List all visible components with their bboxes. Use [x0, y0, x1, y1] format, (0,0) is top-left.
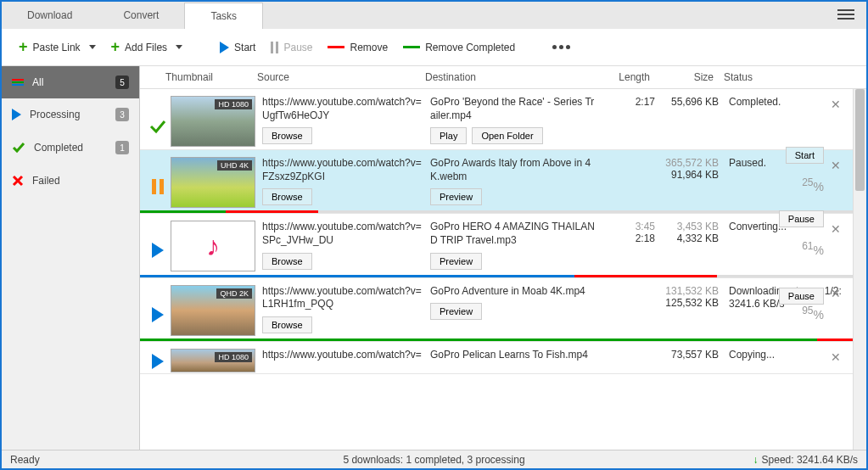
tab-convert[interactable]: Convert	[98, 3, 184, 28]
paste-link-button[interactable]: +Paste Link	[14, 35, 101, 59]
col-status[interactable]: Status	[714, 71, 858, 83]
sidebar-item-all[interactable]: All5	[2, 66, 139, 98]
progress-bar	[140, 210, 853, 213]
minus-icon	[403, 46, 420, 48]
sidebar-item-failed[interactable]: Failed	[2, 165, 139, 197]
play-icon	[152, 243, 164, 258]
status-text: Copying...	[729, 349, 848, 362]
close-icon[interactable]: ✕	[831, 287, 841, 300]
download-arrow-icon: ↓	[753, 454, 759, 466]
sidebar-item-completed[interactable]: Completed1	[2, 131, 139, 165]
task-row[interactable]: ♪ https://www.youtube.com/watch?v=SPc_JV…	[140, 214, 853, 277]
browse-button[interactable]: Browse	[262, 188, 312, 205]
preview-button[interactable]: Preview	[430, 303, 482, 320]
tab-download[interactable]: Download	[2, 3, 98, 28]
size-total: 3,453 KB	[655, 221, 719, 232]
task-list: HD 1080 https://www.youtube.com/watch?v=…	[140, 89, 853, 450]
browse-button[interactable]: Browse	[262, 316, 312, 333]
tab-bar: Download Convert Tasks	[2, 2, 866, 29]
size: 55,696 KB	[655, 96, 719, 108]
source-url: https://www.youtube.com/watch?v=	[262, 349, 423, 362]
pause-button[interactable]: Pause	[779, 210, 824, 227]
close-icon[interactable]: ✕	[831, 350, 841, 364]
col-source[interactable]: Source	[257, 71, 425, 83]
browse-button[interactable]: Browse	[262, 253, 312, 270]
play-button[interactable]: Play	[430, 127, 467, 144]
col-length[interactable]: Length	[599, 71, 650, 83]
col-destination[interactable]: Destination	[425, 71, 599, 83]
thumbnail: ♪	[171, 221, 255, 271]
plus-icon: +	[19, 38, 28, 56]
close-icon[interactable]: ✕	[831, 98, 841, 111]
resolution-badge: HD 1080	[215, 99, 252, 109]
remove-button[interactable]: Remove	[322, 38, 393, 57]
tab-tasks[interactable]: Tasks	[184, 3, 263, 29]
chevron-down-icon	[176, 45, 182, 49]
preview-button[interactable]: Preview	[430, 188, 482, 205]
status-bar: Ready 5 downloads: 1 completed, 3 proces…	[2, 450, 866, 468]
thumbnail: HD 1080	[171, 349, 255, 372]
pause-icon	[271, 42, 278, 53]
column-headers: Thumbnail Source Destination Length Size…	[140, 66, 866, 89]
status-summary: 5 downloads: 1 completed, 3 processing	[343, 454, 524, 466]
length: 2:18	[604, 232, 655, 244]
col-size[interactable]: Size	[650, 71, 714, 83]
source-url: https://www.youtube.com/watch?v=UgfTw6He…	[262, 96, 423, 122]
source-url: https://www.youtube.com/watch?v=L1RH1fm_…	[262, 285, 423, 311]
scrollbar[interactable]	[853, 89, 866, 450]
task-row[interactable]: QHD 2K https://www.youtube.com/watch?v=L…	[140, 278, 853, 342]
sidebar-item-processing[interactable]: Processing3	[2, 98, 139, 131]
open-folder-button[interactable]: Open Folder	[472, 127, 542, 144]
size: 4,332 KB	[655, 232, 719, 244]
progress-bar	[140, 339, 853, 341]
resolution-badge: QHD 2K	[216, 288, 252, 299]
chevron-down-icon	[89, 45, 96, 49]
task-row[interactable]: HD 1080 https://www.youtube.com/watch?v=…	[140, 89, 853, 150]
pause-button[interactable]: Pause	[266, 38, 317, 57]
play-icon	[152, 354, 164, 369]
task-row[interactable]: UHD 4K https://www.youtube.com/watch?v=F…	[140, 150, 853, 214]
thumbnail: HD 1080	[171, 96, 255, 147]
start-button[interactable]: Start	[215, 38, 260, 57]
dots-icon	[552, 45, 570, 49]
size-total: 131,532 KB	[655, 285, 719, 297]
pause-button[interactable]: Pause	[779, 288, 824, 305]
length: 2:17	[604, 96, 655, 108]
status-ready: Ready	[10, 454, 40, 466]
destination-file: GoPro HERO 4 AMAZING THAILAND TRIP Trave…	[430, 221, 597, 247]
music-note-icon: ♪	[206, 231, 220, 262]
task-row[interactable]: HD 1080 https://www.youtube.com/watch?v=…	[140, 342, 853, 374]
progress-bar	[140, 275, 853, 277]
destination-file: GoPro 'Beyond the Race' - Series Trailer…	[430, 96, 597, 122]
check-icon	[149, 118, 166, 135]
size: 91,964 KB	[655, 169, 719, 181]
browse-button[interactable]: Browse	[262, 127, 312, 144]
close-icon[interactable]: ✕	[831, 222, 841, 236]
source-url: https://www.youtube.com/watch?v=SPc_JVHw…	[262, 221, 423, 247]
start-button[interactable]: Start	[786, 147, 824, 164]
x-icon	[12, 175, 24, 187]
play-icon	[152, 307, 164, 322]
close-icon[interactable]: ✕	[831, 159, 841, 172]
play-icon	[220, 42, 229, 53]
pause-icon	[152, 179, 164, 194]
source-url: https://www.youtube.com/watch?v=FZsxz9Zp…	[262, 157, 423, 183]
progress-percent: 25%	[802, 167, 824, 193]
minus-icon	[328, 46, 344, 48]
status-text: Completed.	[729, 96, 848, 109]
thumbnail: UHD 4K	[171, 157, 255, 208]
more-button[interactable]	[547, 42, 575, 53]
add-files-button[interactable]: +Add Files	[106, 35, 188, 59]
status-speed: Speed: 3241.64 KB/s	[762, 454, 858, 466]
thumbnail: QHD 2K	[171, 285, 255, 336]
play-icon	[12, 109, 21, 120]
remove-completed-button[interactable]: Remove Completed	[398, 38, 520, 57]
preview-button[interactable]: Preview	[430, 253, 482, 270]
menu-icon[interactable]	[837, 7, 854, 22]
toolbar: +Paste Link +Add Files Start Pause Remov…	[2, 29, 866, 66]
plus-icon: +	[111, 38, 120, 56]
check-icon	[12, 141, 25, 154]
size: 125,532 KB	[655, 297, 719, 309]
destination-file: GoPro Adventure in Moab 4K.mp4	[430, 285, 597, 299]
col-thumbnail[interactable]: Thumbnail	[165, 71, 257, 83]
